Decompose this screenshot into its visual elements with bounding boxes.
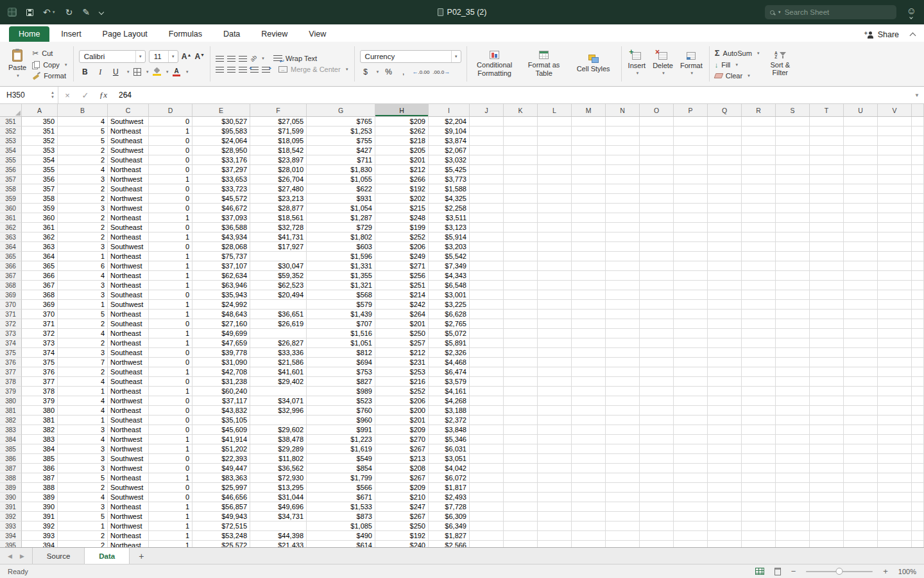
cell[interactable] [878,261,912,271]
cell[interactable] [708,493,742,502]
cell[interactable]: $6,474 [429,367,470,377]
cell[interactable]: Southwest [108,454,149,464]
cell[interactable] [606,290,640,300]
cell[interactable] [844,502,878,512]
cell[interactable]: 365 [22,261,58,271]
wrap-text-button[interactable]: Wrap Text [273,55,317,62]
decrease-font-size-button[interactable]: A▼ [194,52,205,61]
cell[interactable] [708,348,742,358]
cell[interactable] [912,204,924,213]
cell[interactable] [844,213,878,223]
cell[interactable] [504,425,538,435]
cell[interactable] [640,435,674,444]
cell[interactable] [640,521,674,531]
cell[interactable] [878,194,912,204]
cell[interactable] [912,329,924,338]
cell[interactable]: 390 [22,502,58,512]
cell[interactable] [912,435,924,444]
cell[interactable] [606,300,640,310]
cell[interactable] [504,387,538,396]
cell[interactable]: $271 [375,261,429,271]
cell[interactable]: $21,433 [250,541,307,547]
cell[interactable] [470,416,504,425]
cell[interactable] [844,367,878,377]
cell[interactable]: 0 [149,348,193,358]
row-header[interactable]: 356 [0,165,22,175]
cell[interactable] [776,531,810,541]
cell[interactable]: 4 [58,396,108,406]
cell[interactable] [538,512,572,521]
cell[interactable] [504,232,538,242]
cell[interactable]: 2 [58,338,108,348]
cell[interactable] [776,194,810,204]
cell[interactable] [912,502,924,512]
cell[interactable] [844,406,878,416]
cell[interactable] [776,387,810,396]
cell[interactable] [878,502,912,512]
cell[interactable]: Northwest [108,261,149,271]
cell[interactable]: $49,696 [250,502,307,512]
cell[interactable]: 357 [22,184,58,194]
cell[interactable] [504,406,538,416]
cell[interactable]: Northwest [108,358,149,367]
cell[interactable] [674,348,708,358]
cell[interactable]: $3,848 [429,425,470,435]
cell[interactable]: $3,579 [429,377,470,387]
cell[interactable]: $48,643 [193,310,250,319]
cell[interactable] [810,184,844,194]
cell[interactable]: $242 [375,300,429,310]
cell[interactable] [878,483,912,493]
cell[interactable] [470,184,504,194]
cell[interactable]: $3,001 [429,290,470,300]
cell[interactable] [844,444,878,454]
cell[interactable] [640,242,674,252]
cell[interactable] [810,541,844,547]
row-header[interactable]: 361 [0,213,22,223]
cell[interactable]: $707 [307,319,375,329]
sheet-tab-source[interactable]: Source [33,548,85,564]
cell[interactable]: $1,355 [307,271,375,281]
row-header[interactable]: 385 [0,444,22,454]
column-header-A[interactable]: A [22,104,58,116]
cell[interactable] [878,184,912,194]
cell[interactable]: $49,943 [193,512,250,521]
cell[interactable] [606,194,640,204]
cell[interactable]: $1,588 [429,184,470,194]
cell[interactable] [538,454,572,464]
cell[interactable]: $95,583 [193,127,250,136]
cell[interactable]: $490 [307,531,375,541]
cell[interactable] [572,271,606,281]
cell[interactable]: 2 [58,319,108,329]
cell[interactable] [538,223,572,232]
cell[interactable] [640,483,674,493]
cell[interactable]: 369 [22,300,58,310]
cell[interactable] [708,271,742,281]
cell[interactable] [470,242,504,252]
cell[interactable]: 1 [149,512,193,521]
cell[interactable] [776,261,810,271]
cell[interactable] [742,541,776,547]
cell[interactable]: Northeast [108,127,149,136]
cell[interactable] [538,194,572,204]
cut-button[interactable]: ✂ Cut [32,49,68,58]
cell[interactable]: 0 [149,165,193,175]
align-right-button[interactable] [239,67,247,73]
cell[interactable] [708,396,742,406]
cell[interactable]: 370 [22,310,58,319]
cell[interactable]: $22,393 [193,454,250,464]
cell[interactable]: $2,204 [429,117,470,127]
cell[interactable] [810,454,844,464]
cell[interactable] [810,406,844,416]
cell[interactable]: $200 [375,406,429,416]
cell[interactable] [674,483,708,493]
cell[interactable]: 372 [22,329,58,338]
cell[interactable]: Northwest [108,175,149,184]
cell[interactable] [538,165,572,175]
cell[interactable]: $6,548 [429,281,470,290]
cell[interactable] [742,242,776,252]
cell[interactable] [640,416,674,425]
cell[interactable] [708,127,742,136]
cell[interactable] [640,396,674,406]
cell[interactable] [844,377,878,387]
cell[interactable] [572,512,606,521]
